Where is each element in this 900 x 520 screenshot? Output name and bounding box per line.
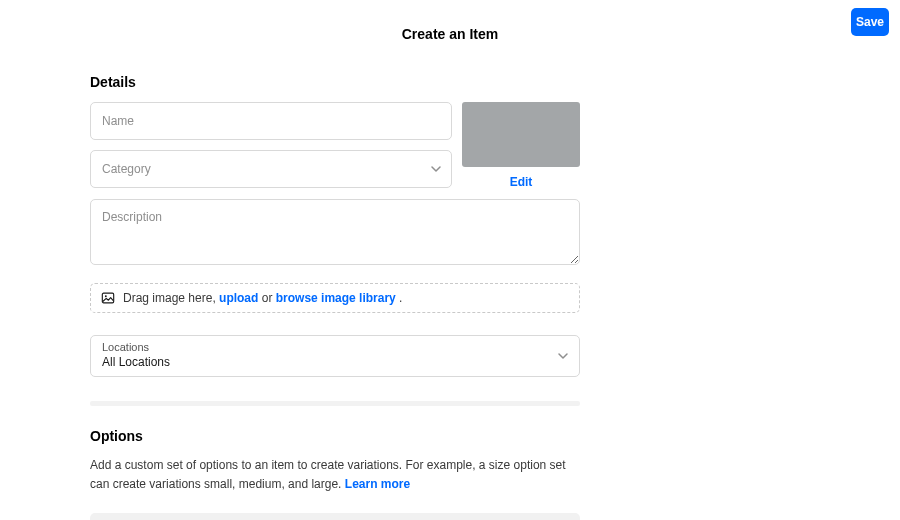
header: Create an Item Save [0, 0, 900, 60]
content: Details Edit [90, 74, 580, 520]
edit-image-link[interactable]: Edit [510, 175, 533, 189]
image-column: Edit [462, 102, 580, 189]
locations-select[interactable]: Locations All Locations [90, 335, 580, 377]
description-field[interactable] [90, 199, 580, 265]
save-button[interactable]: Save [851, 8, 889, 36]
options-description: Add a custom set of options to an item t… [90, 456, 580, 493]
category-select-wrap [90, 150, 452, 188]
dropzone-prefix: Drag image here, [123, 291, 219, 305]
details-section-title: Details [90, 74, 580, 90]
add-options-button[interactable]: Add options [90, 513, 580, 520]
locations-label: Locations [102, 341, 568, 353]
page: Create an Item Save Details Edit [0, 0, 900, 520]
dropzone-mid: or [258, 291, 275, 305]
learn-more-link[interactable]: Learn more [345, 477, 410, 491]
options-section-title: Options [90, 428, 580, 444]
image-dropzone[interactable]: Drag image here, upload or browse image … [90, 283, 580, 313]
dropzone-text: Drag image here, upload or browse image … [123, 291, 402, 305]
upload-link[interactable]: upload [219, 291, 258, 305]
svg-rect-0 [102, 293, 113, 303]
svg-point-1 [105, 295, 107, 297]
image-thumbnail[interactable] [462, 102, 580, 167]
locations-value: All Locations [102, 355, 568, 369]
chevron-down-icon [557, 350, 569, 362]
page-title: Create an Item [240, 26, 660, 42]
details-left-column [90, 102, 452, 189]
category-field[interactable] [90, 150, 452, 188]
browse-library-link[interactable]: browse image library [276, 291, 396, 305]
details-top-row: Edit [90, 102, 580, 189]
options-description-text: Add a custom set of options to an item t… [90, 458, 566, 491]
section-divider [90, 401, 580, 406]
name-field[interactable] [90, 102, 452, 140]
image-icon [101, 291, 115, 305]
options-section: Options Add a custom set of options to a… [90, 428, 580, 520]
dropzone-suffix: . [396, 291, 403, 305]
